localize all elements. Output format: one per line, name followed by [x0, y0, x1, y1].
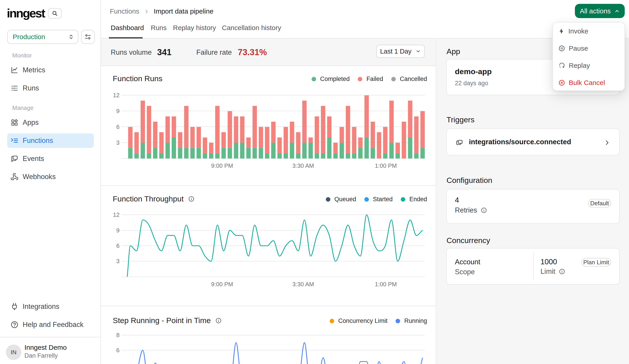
svg-text:1:00 PM: 1:00 PM [375, 281, 397, 287]
svg-text:6: 6 [116, 123, 120, 130]
svg-text:3: 3 [116, 139, 120, 146]
svg-text:9:00 PM: 9:00 PM [211, 162, 233, 169]
svg-text:12: 12 [113, 92, 120, 98]
svg-text:3: 3 [116, 258, 120, 265]
svg-text:8: 8 [116, 332, 120, 339]
svg-text:9: 9 [116, 108, 120, 114]
svg-text:12: 12 [113, 211, 120, 218]
svg-text:9: 9 [116, 227, 120, 234]
svg-text:6: 6 [116, 347, 120, 354]
svg-text:3:30 AM: 3:30 AM [292, 281, 314, 287]
svg-text:3:30 AM: 3:30 AM [292, 162, 314, 169]
svg-text:9:00 PM: 9:00 PM [211, 281, 233, 287]
svg-text:1:00 PM: 1:00 PM [375, 162, 397, 169]
svg-text:6: 6 [116, 242, 120, 249]
